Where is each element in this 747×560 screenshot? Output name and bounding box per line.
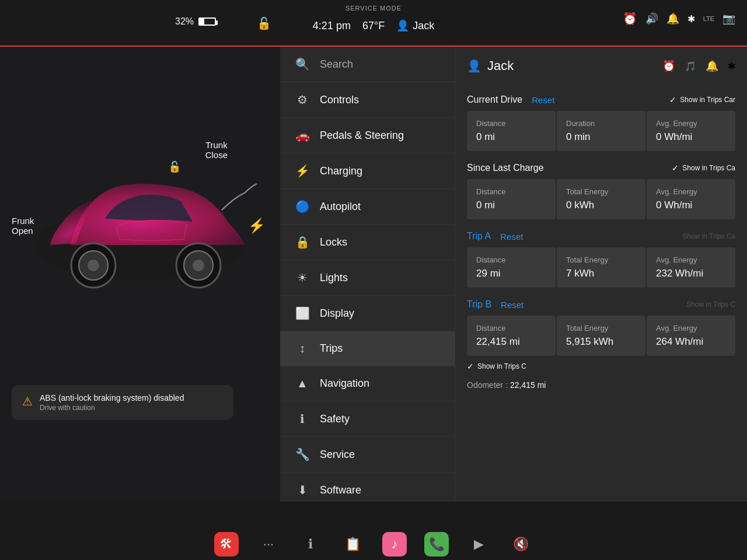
trip-a-total-energy-label: Total Energy <box>566 256 636 264</box>
trip-a-header: Trip A Reset Show in Trips Ca <box>467 231 735 242</box>
trip-b-reset[interactable]: Reset <box>501 300 523 310</box>
current-distance-value: 0 mi <box>476 131 546 143</box>
trip-a-energy-cell: Total Energy 7 kWh <box>557 247 645 288</box>
search-item[interactable]: 🔍 Search <box>280 47 455 82</box>
current-duration-cell: Duration 0 min <box>557 111 645 151</box>
menu-item-service[interactable]: 🔧 Service <box>280 437 455 473</box>
bell-icon-right: 🔔 <box>706 60 718 72</box>
show-in-trips-b-check-label: Show in Trips C <box>477 362 526 370</box>
battery-fill <box>200 19 204 24</box>
trip-a-distance-cell: Distance 29 mi <box>467 247 556 288</box>
current-drive-reset[interactable]: Reset <box>532 95 554 105</box>
charge-distance-label: Distance <box>476 187 546 196</box>
music-icon-right: 🎵 <box>685 61 696 72</box>
bell-icon: 🔔 <box>666 12 679 25</box>
current-duration-value: 0 min <box>566 131 636 143</box>
lte-icon: LTE <box>703 15 714 22</box>
alert-title: ABS (anti-lock braking system) disabled <box>40 393 184 402</box>
taskbar-files[interactable]: 📋 <box>340 532 365 556</box>
current-distance-cell: Distance 0 mi <box>467 111 556 151</box>
current-drive-title: Current Drive <box>467 94 522 105</box>
trip-a-reset[interactable]: Reset <box>500 232 523 242</box>
odometer-value: 22,415 mi <box>510 380 546 390</box>
menu-item-trips[interactable]: ↕ Trips <box>280 331 455 366</box>
menu-item-safety[interactable]: ℹ Safety <box>280 401 455 437</box>
taskbar-dots[interactable]: ··· <box>256 532 281 556</box>
taskbar-play[interactable]: ▶ <box>466 532 491 556</box>
taskbar-app-1[interactable]: 🛠 <box>214 532 239 556</box>
current-drive-grid: Distance 0 mi Duration 0 min Avg. Energy… <box>467 111 735 151</box>
odometer-label: Odometer : <box>467 380 508 390</box>
trip-a-distance-label: Distance <box>476 256 546 264</box>
check-charge: ✓ <box>672 163 679 173</box>
since-charge-header: Since Last Charge ✓ Show in Trips Ca <box>467 163 735 173</box>
lights-icon: ☀ <box>294 271 310 285</box>
status-center: 4:21 pm 67°F 👤 Jack <box>313 19 434 32</box>
svg-point-6 <box>193 260 204 271</box>
taskbar-music[interactable]: ♪ <box>382 532 407 556</box>
menu-item-navigation[interactable]: ▲ Navigation <box>280 366 455 401</box>
taskbar-files-icon: 📋 <box>345 537 361 552</box>
user-icon-top: 👤 <box>396 19 409 32</box>
trip-b-total-energy-label: Total Energy <box>566 324 636 332</box>
status-bar: SERVICE MODE 32% 🔓 4:21 pm 67°F 👤 Jack ⏰… <box>0 0 747 47</box>
taskbar-app-1-icon: 🛠 <box>220 537 233 552</box>
menu-item-locks[interactable]: 🔒 Locks <box>280 225 455 260</box>
current-duration-label: Duration <box>566 119 636 128</box>
since-last-charge-section: Since Last Charge ✓ Show in Trips Ca Dis… <box>467 163 735 219</box>
trip-b-grid: Distance 22,415 mi Total Energy 5,915 kW… <box>467 316 735 356</box>
menu-item-controls[interactable]: ⚙ Controls <box>280 82 455 118</box>
trip-b-header: Trip B Reset Show in Trips C <box>467 299 735 310</box>
taskbar-volume[interactable]: 🔇 <box>508 532 533 556</box>
status-user: 👤 Jack <box>396 19 434 32</box>
trips-label: Trips <box>320 342 343 355</box>
alert-box: ⚠ ABS (anti-lock braking system) disable… <box>12 385 233 420</box>
service-icon: 🔧 <box>294 447 310 461</box>
trip-b-energy-cell: Total Energy 5,915 kWh <box>557 316 645 356</box>
search-label: Search <box>320 58 353 71</box>
navigation-icon: ▲ <box>294 377 310 390</box>
frunk-status[interactable]: Open <box>12 226 34 236</box>
status-temp: 67°F <box>362 20 385 32</box>
software-icon: ⬇ <box>294 483 310 497</box>
charge-total-energy-value: 0 kWh <box>566 200 636 211</box>
odometer-row: Odometer : 22,415 mi <box>467 380 735 390</box>
pedals-icon: 🚗 <box>294 128 310 142</box>
left-panel: Trunk Close Frunk Open 🔓 <box>0 47 280 502</box>
trip-a-title[interactable]: Trip A <box>467 231 491 242</box>
service-mode-label: SERVICE MODE <box>345 5 402 12</box>
charge-avg-energy-cell: Avg. Energy 0 Wh/mi <box>647 179 735 219</box>
locks-icon: 🔒 <box>294 235 310 249</box>
menu-item-pedals[interactable]: 🚗 Pedals & Steering <box>280 118 455 153</box>
menu-item-autopilot[interactable]: 🔵 Autopilot <box>280 189 455 225</box>
check-current: ✓ <box>669 95 676 104</box>
trip-a-section: Trip A Reset Show in Trips Ca Distance 2… <box>467 231 735 288</box>
menu-item-lights[interactable]: ☀ Lights <box>280 260 455 296</box>
search-icon: 🔍 <box>294 57 310 71</box>
taskbar-info[interactable]: ℹ <box>298 532 323 556</box>
taskbar-dots-icon: ··· <box>263 537 274 552</box>
show-trips-charge: ✓ Show in Trips Ca <box>672 163 735 173</box>
menu-item-software[interactable]: ⬇ Software <box>280 473 455 502</box>
autopilot-label: Autopilot <box>320 201 361 213</box>
trip-a-grid: Distance 29 mi Total Energy 7 kWh Avg. E… <box>467 247 735 288</box>
show-trips-current-label: Show in Trips Car <box>680 96 735 104</box>
trip-a-avg-energy-value: 232 Wh/mi <box>656 268 726 279</box>
current-energy-label: Avg. Energy <box>656 119 726 128</box>
trunk-status[interactable]: Close <box>205 150 228 160</box>
car-svg: ⚡ <box>12 117 268 303</box>
trip-b-title[interactable]: Trip B <box>467 299 491 310</box>
controls-icon: ⚙ <box>294 93 310 107</box>
trip-a-avg-energy-label: Avg. Energy <box>656 256 726 264</box>
taskbar-music-icon: ♪ <box>392 537 398 552</box>
taskbar-phone-icon: 📞 <box>429 537 445 552</box>
taskbar-phone[interactable]: 📞 <box>424 532 449 556</box>
charge-distance-value: 0 mi <box>476 200 546 211</box>
taskbar: 🛠 ··· ℹ 📋 ♪ 📞 ▶ 🔇 <box>0 528 747 560</box>
navigation-label: Navigation <box>320 377 369 390</box>
frunk-label: Frunk <box>12 216 34 226</box>
status-time: 4:21 pm <box>313 20 351 32</box>
menu-item-charging[interactable]: ⚡ Charging <box>280 153 455 189</box>
menu-item-display[interactable]: ⬜ Display <box>280 296 455 331</box>
alert-warning-icon: ⚠ <box>22 394 33 408</box>
